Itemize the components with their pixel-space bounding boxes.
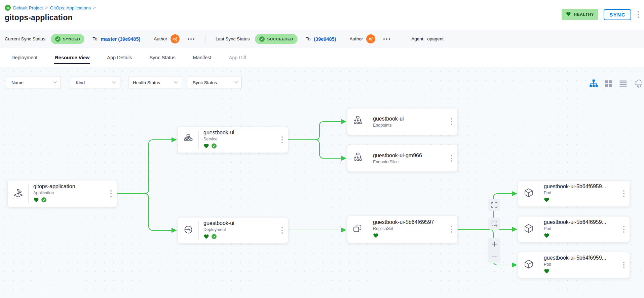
healthy-heart-icon — [203, 143, 209, 150]
current-sync-status-label: Current Sync Status — [5, 36, 45, 41]
breadcrumb: ∞ Default Project > GitOps: Applications… — [5, 5, 638, 11]
resource-node-pod-3[interactable]: guestbook-ui-5b64f6959...Pod — [518, 252, 630, 278]
node-kebab-menu-icon[interactable] — [449, 224, 454, 234]
replicaset-icon — [352, 223, 364, 236]
node-kebab-menu-icon[interactable] — [621, 189, 626, 199]
filter-label: Name — [11, 80, 24, 85]
header-kebab-menu-icon[interactable] — [637, 10, 640, 19]
pod-icon — [523, 223, 535, 236]
author-avatar: o( — [366, 34, 375, 43]
node-kebab-menu-icon[interactable] — [449, 153, 454, 163]
commit-more-menu-icon[interactable] — [382, 37, 391, 41]
list-view-icon[interactable] — [618, 78, 628, 89]
node-status — [544, 233, 625, 240]
grid-view-icon[interactable] — [603, 78, 613, 89]
resource-name: guestbook-ui-5b64f6959... — [544, 219, 625, 225]
last-sync-status-label: Last Sync Status — [216, 36, 250, 41]
node-kebab-menu-icon[interactable] — [449, 117, 454, 127]
healthy-heart-icon — [544, 197, 550, 204]
resource-kind: Pod — [544, 191, 625, 195]
filter-label: Health Status — [133, 80, 160, 85]
tab-deployment[interactable]: Deployment — [3, 48, 46, 67]
tab-resource-view[interactable]: Resource View — [46, 48, 98, 67]
synced-check-icon — [212, 234, 217, 240]
chevron-down-icon — [174, 80, 178, 84]
filter-dropdown-kind[interactable]: Kind — [71, 76, 120, 89]
resource-name: guestbook-ui-gm966 — [373, 153, 453, 159]
health-badge-label: HEALTHY — [574, 12, 594, 17]
fullscreen-icon[interactable] — [488, 199, 500, 211]
last-revision-link[interactable]: (39e9485) — [314, 36, 336, 42]
author-avatar: o( — [171, 34, 180, 43]
synced-badge: SYNCED — [51, 34, 85, 44]
to-label: To — [306, 36, 310, 41]
breadcrumb-separator: > — [93, 5, 96, 10]
node-status — [544, 197, 625, 204]
resource-node-replicaset[interactable]: guestbook-ui-5b64f69597ReplicaSet — [347, 216, 458, 243]
breadcrumb-project-link[interactable]: Default Project — [13, 5, 43, 10]
resource-kind: Pod — [544, 262, 625, 267]
tab-sync-status[interactable]: Sync Status — [141, 48, 184, 67]
filter-dropdown-health-status[interactable]: Health Status — [128, 76, 182, 89]
agent-value: opagent — [427, 36, 444, 41]
chevron-down-icon — [234, 80, 237, 84]
chevron-down-icon — [53, 80, 56, 84]
graph-canvas[interactable]: NameKindHealth StatusSync Status gitops-… — [0, 67, 644, 298]
sync-button[interactable]: SYNC — [604, 9, 631, 20]
node-status — [373, 233, 453, 240]
resource-kind: Service — [203, 137, 283, 141]
resource-node-endpointslice[interactable]: guestbook-ui-gm966EndpointSlice — [347, 145, 458, 172]
endpointslice-icon — [352, 152, 364, 165]
zoom-out-icon[interactable] — [488, 251, 500, 263]
node-status — [544, 268, 625, 275]
node-kebab-menu-icon[interactable] — [621, 260, 626, 270]
commit-more-menu-icon[interactable] — [186, 37, 196, 41]
node-status — [203, 143, 283, 150]
pod-icon — [523, 258, 535, 272]
author-label: Author — [349, 36, 363, 41]
resource-node-application[interactable]: gitops-applicationApplication — [7, 180, 117, 207]
resource-name: gitops-application — [33, 184, 112, 190]
filter-label: Sync Status — [193, 80, 217, 85]
current-revision-link[interactable]: master (39e9485) — [101, 36, 141, 42]
resource-name: guestbook-ui-5b64f69597 — [373, 219, 453, 225]
sync-status-bar: Current Sync Status SYNCED To master (39… — [0, 30, 644, 48]
resource-name: guestbook-ui — [373, 116, 453, 122]
marquee-select-icon[interactable] — [488, 218, 500, 230]
resource-node-service[interactable]: guestbook-uiService — [178, 127, 288, 153]
resource-node-pod-2[interactable]: guestbook-ui-5b64f6959...Pod — [518, 216, 630, 242]
zoom-panel — [488, 238, 500, 263]
healthy-heart-icon — [544, 268, 550, 275]
resource-name: guestbook-ui — [203, 130, 283, 136]
resource-name: guestbook-ui-5b64f6959... — [544, 184, 625, 190]
node-kebab-menu-icon[interactable] — [280, 225, 285, 235]
agent-label: Agent: — [411, 36, 424, 41]
tab-app-diff[interactable]: App Diff — [220, 48, 255, 67]
breadcrumb-separator: > — [45, 5, 48, 10]
resource-kind: EndpointSlice — [373, 160, 453, 164]
resource-node-pod-1[interactable]: guestbook-ui-5b64f6959...Pod — [518, 180, 630, 207]
filter-dropdown-sync-status[interactable]: Sync Status — [188, 76, 242, 89]
app-tabs: DeploymentResource ViewApp DetailsSync S… — [0, 48, 644, 67]
page-header: ∞ Default Project > GitOps: Applications… — [0, 0, 644, 30]
author-label: Author — [154, 36, 167, 41]
healthy-heart-icon — [33, 197, 39, 204]
resource-node-deployment[interactable]: guestbook-uiDeployment — [178, 217, 288, 243]
cloud-network-icon[interactable] — [634, 78, 644, 89]
node-kebab-menu-icon[interactable] — [280, 135, 285, 145]
node-kebab-menu-icon[interactable] — [109, 189, 113, 199]
synced-check-icon — [41, 197, 46, 204]
zoom-in-icon[interactable] — [488, 238, 500, 251]
node-kebab-menu-icon[interactable] — [621, 224, 626, 234]
to-label: To — [92, 36, 97, 41]
tree-view-icon[interactable] — [589, 78, 599, 89]
tab-manifest[interactable]: Manifest — [184, 48, 220, 67]
gitops-logo-icon: ∞ — [5, 5, 11, 11]
resource-node-endpoints[interactable]: guestbook-uiEndpoints — [347, 108, 458, 135]
service-icon — [182, 133, 194, 146]
filter-dropdown-name[interactable]: Name — [7, 76, 61, 89]
svg-text:∞: ∞ — [6, 6, 9, 10]
synced-check-icon — [212, 143, 217, 150]
breadcrumb-section-link[interactable]: GitOps: Applications — [50, 5, 91, 10]
tab-app-details[interactable]: App Details — [98, 48, 141, 67]
